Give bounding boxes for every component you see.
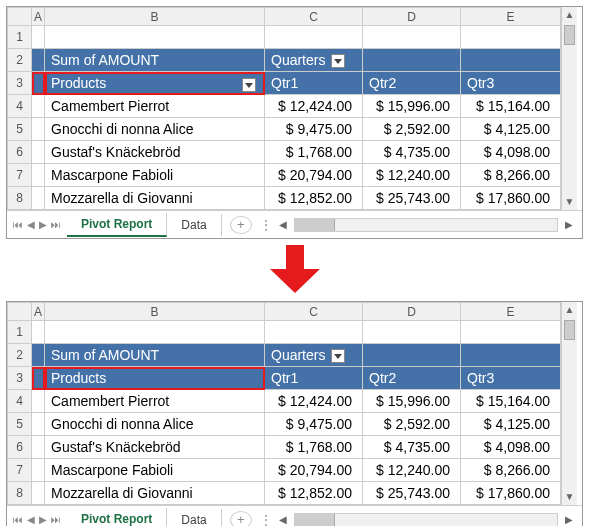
- product-cell[interactable]: Mozzarella di Giovanni: [45, 482, 265, 505]
- tab-nav-arrows[interactable]: ⏮ ◀ ▶ ⏭: [7, 219, 67, 230]
- vertical-scrollbar[interactable]: ▲ ▼: [561, 7, 577, 210]
- product-cell[interactable]: Mascarpone Fabioli: [45, 164, 265, 187]
- products-label-no-filter[interactable]: Products: [45, 367, 265, 390]
- row-header[interactable]: 4: [8, 390, 32, 413]
- value-cell[interactable]: $ 15,996.00: [363, 95, 461, 118]
- value-cell[interactable]: $ 15,996.00: [363, 390, 461, 413]
- scroll-down-icon[interactable]: ▼: [562, 489, 577, 505]
- sum-of-amount-label[interactable]: Sum of AMOUNT: [45, 344, 265, 367]
- scroll-up-icon[interactable]: ▲: [562, 7, 577, 23]
- add-sheet-button[interactable]: +: [230, 511, 252, 527]
- nav-first-icon[interactable]: ⏮: [13, 514, 23, 525]
- scroll-up-icon[interactable]: ▲: [562, 302, 577, 318]
- col-B[interactable]: B: [45, 8, 265, 26]
- scroll-right-icon[interactable]: ▶: [562, 514, 576, 525]
- col-B[interactable]: B: [45, 303, 265, 321]
- value-cell[interactable]: $ 4,125.00: [461, 413, 561, 436]
- value-cell[interactable]: $ 8,266.00: [461, 164, 561, 187]
- tab-data[interactable]: Data: [167, 509, 221, 527]
- product-cell[interactable]: Gnocchi di nonna Alice: [45, 118, 265, 141]
- value-cell[interactable]: $ 9,475.00: [265, 413, 363, 436]
- tab-split-handle[interactable]: ⋮: [260, 218, 272, 232]
- scroll-thumb[interactable]: [564, 25, 575, 45]
- qtr2-header[interactable]: Qtr2: [363, 72, 461, 95]
- qtr2-header[interactable]: Qtr2: [363, 367, 461, 390]
- value-cell[interactable]: $ 12,240.00: [363, 164, 461, 187]
- scroll-thumb[interactable]: [564, 320, 575, 340]
- row-header[interactable]: 1: [8, 26, 32, 49]
- tab-data[interactable]: Data: [167, 214, 221, 236]
- hscroll-thumb[interactable]: [295, 219, 335, 231]
- value-cell[interactable]: $ 2,592.00: [363, 413, 461, 436]
- value-cell[interactable]: $ 17,860.00: [461, 187, 561, 210]
- quarters-filter-icon[interactable]: [331, 54, 345, 68]
- products-filter-icon[interactable]: [242, 78, 256, 92]
- value-cell[interactable]: $ 20,794.00: [265, 459, 363, 482]
- value-cell[interactable]: $ 12,240.00: [363, 459, 461, 482]
- value-cell[interactable]: $ 4,098.00: [461, 141, 561, 164]
- product-cell[interactable]: Mozzarella di Giovanni: [45, 187, 265, 210]
- scroll-left-icon[interactable]: ◀: [276, 514, 290, 525]
- scroll-right-icon[interactable]: ▶: [562, 219, 576, 230]
- row-header[interactable]: 5: [8, 413, 32, 436]
- product-cell[interactable]: Camembert Pierrot: [45, 390, 265, 413]
- product-cell[interactable]: Camembert Pierrot: [45, 95, 265, 118]
- scroll-down-icon[interactable]: ▼: [562, 194, 577, 210]
- row-header[interactable]: 5: [8, 118, 32, 141]
- row-header[interactable]: 8: [8, 482, 32, 505]
- col-C[interactable]: C: [265, 303, 363, 321]
- value-cell[interactable]: $ 4,125.00: [461, 118, 561, 141]
- col-A[interactable]: A: [32, 303, 45, 321]
- nav-first-icon[interactable]: ⏮: [13, 219, 23, 230]
- hscroll-thumb[interactable]: [295, 514, 335, 526]
- value-cell[interactable]: $ 4,098.00: [461, 436, 561, 459]
- row-header[interactable]: 1: [8, 321, 32, 344]
- nav-prev-icon[interactable]: ◀: [27, 219, 35, 230]
- value-cell[interactable]: $ 1,768.00: [265, 141, 363, 164]
- row-header[interactable]: 6: [8, 436, 32, 459]
- col-E[interactable]: E: [461, 8, 561, 26]
- row-header[interactable]: 4: [8, 95, 32, 118]
- product-cell[interactable]: Gustaf's Knäckebröd: [45, 141, 265, 164]
- quarters-filter-icon[interactable]: [331, 349, 345, 363]
- value-cell[interactable]: $ 25,743.00: [363, 482, 461, 505]
- nav-next-icon[interactable]: ▶: [39, 219, 47, 230]
- sum-of-amount-label[interactable]: Sum of AMOUNT: [45, 49, 265, 72]
- col-C[interactable]: C: [265, 8, 363, 26]
- product-cell[interactable]: Mascarpone Fabioli: [45, 459, 265, 482]
- row-header[interactable]: 6: [8, 141, 32, 164]
- horizontal-scrollbar[interactable]: ⋮ ◀ ▶: [260, 513, 582, 527]
- value-cell[interactable]: $ 17,860.00: [461, 482, 561, 505]
- column-headers[interactable]: A B C D E: [8, 303, 561, 321]
- tab-pivot-report[interactable]: Pivot Report: [67, 508, 167, 527]
- grid-before[interactable]: A B C D E 1 2 Sum of AMOUNT Quarters 3: [7, 7, 561, 210]
- value-cell[interactable]: $ 8,266.00: [461, 459, 561, 482]
- product-cell[interactable]: Gustaf's Knäckebröd: [45, 436, 265, 459]
- row-header[interactable]: 2: [8, 49, 32, 72]
- value-cell[interactable]: $ 2,592.00: [363, 118, 461, 141]
- horizontal-scrollbar[interactable]: ⋮ ◀ ▶: [260, 218, 582, 232]
- value-cell[interactable]: $ 4,735.00: [363, 436, 461, 459]
- scroll-left-icon[interactable]: ◀: [276, 219, 290, 230]
- quarters-label[interactable]: Quarters: [265, 49, 363, 72]
- column-headers[interactable]: A B C D E: [8, 8, 561, 26]
- row-header[interactable]: 2: [8, 344, 32, 367]
- row-header[interactable]: 7: [8, 164, 32, 187]
- row-header[interactable]: 3: [8, 72, 32, 95]
- tab-pivot-report[interactable]: Pivot Report: [67, 213, 167, 237]
- tab-split-handle[interactable]: ⋮: [260, 513, 272, 527]
- value-cell[interactable]: $ 12,424.00: [265, 95, 363, 118]
- nav-next-icon[interactable]: ▶: [39, 514, 47, 525]
- nav-prev-icon[interactable]: ◀: [27, 514, 35, 525]
- row-header[interactable]: 3: [8, 367, 32, 390]
- row-header[interactable]: 8: [8, 187, 32, 210]
- value-cell[interactable]: $ 12,852.00: [265, 187, 363, 210]
- quarters-label[interactable]: Quarters: [265, 344, 363, 367]
- value-cell[interactable]: $ 1,768.00: [265, 436, 363, 459]
- value-cell[interactable]: $ 15,164.00: [461, 95, 561, 118]
- value-cell[interactable]: $ 25,743.00: [363, 187, 461, 210]
- col-D[interactable]: D: [363, 303, 461, 321]
- col-A[interactable]: A: [32, 8, 45, 26]
- value-cell[interactable]: $ 12,852.00: [265, 482, 363, 505]
- vertical-scrollbar[interactable]: ▲ ▼: [561, 302, 577, 505]
